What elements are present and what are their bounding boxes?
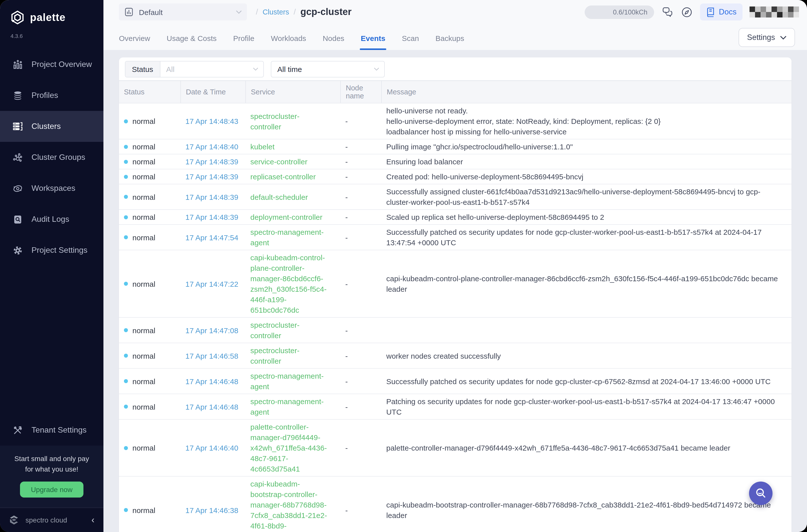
tab-workloads[interactable]: Workloads (271, 34, 306, 50)
sidebar-item-cluster-groups[interactable]: Cluster Groups (0, 142, 104, 173)
redacted-user-mosaic[interactable] (750, 6, 799, 18)
status-text: normal (132, 171, 155, 182)
event-service-cell[interactable]: deployment-controller (245, 210, 340, 224)
status-text: normal (132, 141, 155, 152)
event-service-cell[interactable]: capi-kubeadm-bootstrap-controller-manage… (245, 477, 340, 532)
event-date-cell[interactable]: 17 Apr 14:48:40 (181, 139, 245, 154)
events-card: Status All All time Status (119, 57, 791, 532)
event-service-cell[interactable]: spectrocluster-controller (245, 109, 340, 134)
event-row[interactable]: normal 17 Apr 14:46:40 palette-controlle… (119, 420, 791, 477)
tab-usage-costs[interactable]: Usage & Costs (167, 34, 217, 50)
sidebar-item-clusters[interactable]: Clusters (0, 111, 104, 142)
sidebar-footer: spectro cloud ‹ (0, 508, 104, 532)
event-service-cell[interactable]: spectrocluster-controller (245, 343, 340, 368)
event-row[interactable]: normal 17 Apr 14:48:39 default-scheduler… (119, 184, 791, 210)
status-dot (124, 159, 128, 164)
event-message-cell: Created pod: hello-universe-deployment-5… (381, 169, 791, 184)
tab-overview[interactable]: Overview (119, 34, 150, 50)
palette-logo-icon (10, 10, 25, 25)
status-dot (124, 328, 128, 332)
event-message-cell: hello-universe not ready. hello-universe… (381, 103, 791, 139)
event-row[interactable]: normal 17 Apr 14:46:38 capi-kubeadm-boot… (119, 477, 791, 532)
event-date-cell[interactable]: 17 Apr 14:46:38 (181, 503, 245, 517)
column-header-service: Service (245, 81, 340, 103)
event-row[interactable]: normal 17 Apr 14:47:22 capi-kubeadm-cont… (119, 250, 791, 318)
event-service-cell[interactable]: default-scheduler (245, 190, 340, 204)
event-node-cell: - (340, 169, 381, 184)
tab-scan[interactable]: Scan (402, 34, 419, 50)
sidebar-item-profiles[interactable]: Profiles (0, 80, 104, 111)
sidebar-spacer (0, 266, 104, 415)
event-service-cell[interactable]: capi-kubeadm-control-plane-controller-ma… (245, 250, 340, 317)
settings-button[interactable]: Settings (738, 28, 795, 47)
event-date-cell[interactable]: 17 Apr 14:46:40 (181, 441, 245, 455)
search-fab-button[interactable] (749, 481, 772, 505)
event-row[interactable]: normal 17 Apr 14:46:48 spectro-managemen… (119, 369, 791, 394)
tab-profile[interactable]: Profile (233, 34, 254, 50)
chat-feedback-icon[interactable] (661, 6, 673, 18)
event-row[interactable]: normal 17 Apr 14:47:08 spectrocluster-co… (119, 318, 791, 343)
sidebar-item-tenant-settings[interactable]: Tenant Settings (0, 415, 104, 445)
main-area: Default / Clusters / gcp-cluster 0.6/100… (104, 0, 807, 532)
event-message-cell: Successfully patched os security updates… (381, 374, 791, 388)
project-selector[interactable]: Default (119, 3, 247, 20)
event-date-cell[interactable]: 17 Apr 14:47:22 (181, 277, 245, 291)
event-service-cell[interactable]: service-controller (245, 154, 340, 169)
collapse-sidebar-icon[interactable]: ‹ (91, 515, 94, 525)
cluster-tabs-row: Overview Usage & Costs Profile Workloads… (104, 24, 807, 50)
event-node-cell: - (340, 503, 381, 517)
sidebar-item-label: Profiles (32, 91, 58, 100)
app-window: palette 4.3.6 Project Overview (0, 0, 807, 532)
event-row[interactable]: normal 17 Apr 14:47:54 spectro-managemen… (119, 225, 791, 250)
docs-button[interactable]: Docs (700, 3, 743, 20)
event-row[interactable]: normal 17 Apr 14:46:58 spectrocluster-co… (119, 343, 791, 369)
event-row[interactable]: normal 17 Apr 14:48:39 deployment-contro… (119, 210, 791, 225)
column-header-message: Message (381, 81, 791, 103)
event-service-cell[interactable]: kubelet (245, 139, 340, 154)
sidebar-item-project-overview[interactable]: Project Overview (0, 49, 104, 80)
breadcrumb-clusters-link[interactable]: Clusters (263, 8, 289, 16)
tab-backups[interactable]: Backups (435, 34, 464, 50)
event-date-cell[interactable]: 17 Apr 14:48:39 (181, 190, 245, 204)
event-row[interactable]: normal 17 Apr 14:48:43 spectrocluster-co… (119, 103, 791, 139)
project-selector-value: Default (139, 8, 163, 16)
sidebar-item-audit-logs[interactable]: Audit Logs (0, 204, 104, 235)
event-service-cell[interactable]: palette-controller-manager-d796f4449-x42… (245, 420, 340, 476)
status-dot (124, 119, 128, 123)
topbar-right-group: 0.6/100kCh (584, 3, 807, 20)
event-row[interactable]: normal 17 Apr 14:48:39 replicaset-contro… (119, 169, 791, 184)
status-filter[interactable]: Status All (125, 61, 264, 77)
event-service-cell[interactable]: spectro-management-agent (245, 394, 340, 419)
event-date-cell[interactable]: 17 Apr 14:48:39 (181, 154, 245, 169)
event-date-cell[interactable]: 17 Apr 14:47:54 (181, 230, 245, 245)
event-date-cell[interactable]: 17 Apr 14:48:39 (181, 210, 245, 224)
upgrade-now-button[interactable]: Upgrade now (20, 481, 84, 497)
status-dot (124, 195, 128, 199)
event-service-cell[interactable]: spectro-management-agent (245, 369, 340, 394)
column-header-node-name: Node name (340, 81, 381, 103)
event-service-cell[interactable]: replicaset-controller (245, 169, 340, 184)
event-row[interactable]: normal 17 Apr 14:48:40 kubelet - Pulling… (119, 139, 791, 154)
event-service-cell[interactable]: spectrocluster-controller (245, 318, 340, 343)
sidebar-item-project-settings[interactable]: Project Settings (0, 235, 104, 266)
event-date-cell[interactable]: 17 Apr 14:47:08 (181, 323, 245, 338)
sidebar-item-label: Workspaces (32, 184, 75, 193)
sidebar-item-label: Cluster Groups (32, 153, 85, 162)
event-date-cell[interactable]: 17 Apr 14:46:58 (181, 348, 245, 363)
tab-nodes[interactable]: Nodes (322, 34, 344, 50)
tab-events[interactable]: Events (361, 34, 385, 50)
sidebar-item-workspaces[interactable]: Workspaces (0, 173, 104, 204)
sidebar-nav: Project Overview Profiles (0, 49, 104, 266)
event-row[interactable]: normal 17 Apr 14:46:48 spectro-managemen… (119, 394, 791, 420)
compass-explore-icon[interactable] (680, 6, 693, 18)
time-range-filter[interactable]: All time (271, 61, 385, 77)
event-status-cell: normal (119, 169, 181, 184)
event-date-cell[interactable]: 17 Apr 14:48:39 (181, 169, 245, 184)
event-date-cell[interactable]: 17 Apr 14:46:48 (181, 399, 245, 414)
event-date-cell[interactable]: 17 Apr 14:46:48 (181, 374, 245, 388)
breadcrumb: / Clusters / gcp-cluster (256, 6, 352, 18)
event-date-cell[interactable]: 17 Apr 14:48:43 (181, 114, 245, 128)
status-dot (124, 145, 128, 149)
event-service-cell[interactable]: spectro-management-agent (245, 225, 340, 250)
event-row[interactable]: normal 17 Apr 14:48:39 service-controlle… (119, 154, 791, 169)
